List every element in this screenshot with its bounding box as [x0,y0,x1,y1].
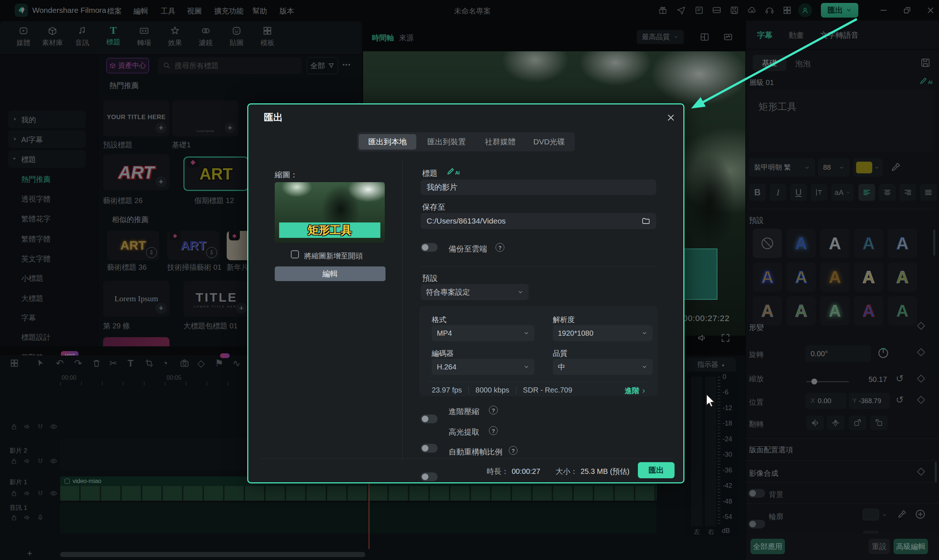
highlight-extract-label: 高光提取 [449,427,480,437]
advanced-compress-label: 進階壓縮 [449,406,480,417]
edit-thumbnail-button[interactable]: 編輯 [275,266,385,281]
preset-dropdown[interactable]: 符合專案設定 [421,284,529,300]
chevron-down-icon [641,330,648,336]
resolution-dropdown[interactable]: 1920*1080 [553,325,652,341]
chevron-right-icon [641,388,647,394]
cloud-backup-label: 備份至雲端 [449,244,487,254]
help-icon[interactable]: ? [489,406,498,414]
preset-label: 預設 [422,273,438,283]
thumbnail-banner: 矩形工具 [279,223,380,238]
tab-export-local[interactable]: 匯出到本地 [359,134,416,149]
app-window: Wondershare Filmora 檔案 編輯 工具 視圖 擴充功能 幫助 … [0,0,939,560]
help-icon[interactable]: ? [509,446,518,455]
dialog-title: 匯出 [264,111,283,124]
highlight-extract-toggle[interactable] [421,444,438,452]
colorspace-value: SDR - Rec.709 [523,386,572,394]
duration-value: 00:00:27 [512,467,540,476]
size-value: 25.3 MB (預估) [581,466,629,477]
size-label: 大小： [556,466,578,477]
encoder-label: 編碼器 [432,349,454,358]
format-dropdown[interactable]: MP4 [432,325,534,341]
tab-social-media[interactable]: 社群媒體 [477,134,524,149]
advanced-link[interactable]: 進階 [624,386,647,396]
duration-label: 時長： [487,466,509,477]
close-dialog-button[interactable] [666,112,676,123]
name-label: 標題 [422,168,438,178]
add-thumbnail-label: 將縮圖新增至開頭 [304,251,363,261]
help-icon[interactable]: ? [489,426,498,435]
folder-icon[interactable] [641,217,650,225]
resolution-label: 解析度 [553,315,575,325]
thumbnail-label: 縮圖： [275,170,298,180]
advanced-compress-toggle[interactable] [421,414,438,423]
quality-dropdown[interactable]: 中 [553,359,652,375]
cloud-backup-toggle[interactable] [421,243,438,252]
encoder-dropdown[interactable]: H.264 [432,359,534,375]
auto-reframe-label: 自動重構幀比例 [449,447,503,457]
fps-value: 23.97 fps [432,386,462,394]
chevron-down-icon [518,289,523,295]
chevron-down-icon [523,330,529,336]
video-name-input[interactable] [421,180,656,195]
save-path-field[interactable]: C:/Users/86134/Videos [421,213,656,229]
quality-label: 品質 [553,349,567,358]
save-to-label: 保存至 [422,202,445,212]
tab-dvd[interactable]: DVD光碟 [525,134,573,149]
format-panel: 格式 MP4 解析度 1920*1080 編碼器 H.264 品質 中 [419,306,658,396]
dialog-export-button[interactable]: 匯出 [638,462,675,478]
ai-title-icon[interactable]: AI [446,167,459,175]
chevron-down-icon [523,364,529,370]
format-label: 格式 [432,315,446,325]
save-path-value: C:/Users/86134/Videos [427,217,506,225]
dialog-tab-bar: 匯出到本地 匯出到裝置 社群媒體 DVD光碟 [357,132,575,151]
auto-reframe-toggle[interactable] [421,472,438,481]
chevron-down-icon [641,364,648,370]
bitrate-value: 8000 kbps [475,386,509,394]
thumbnail-preview: 矩形工具 [275,182,385,243]
help-icon[interactable]: ? [495,243,504,252]
tab-export-device[interactable]: 匯出到裝置 [418,134,475,149]
export-dialog: 匯出 匯出到本地 匯出到裝置 社群媒體 DVD光碟 縮圖： 矩形工具 將縮圖新增… [247,103,685,483]
add-thumbnail-checkbox[interactable] [291,250,299,258]
